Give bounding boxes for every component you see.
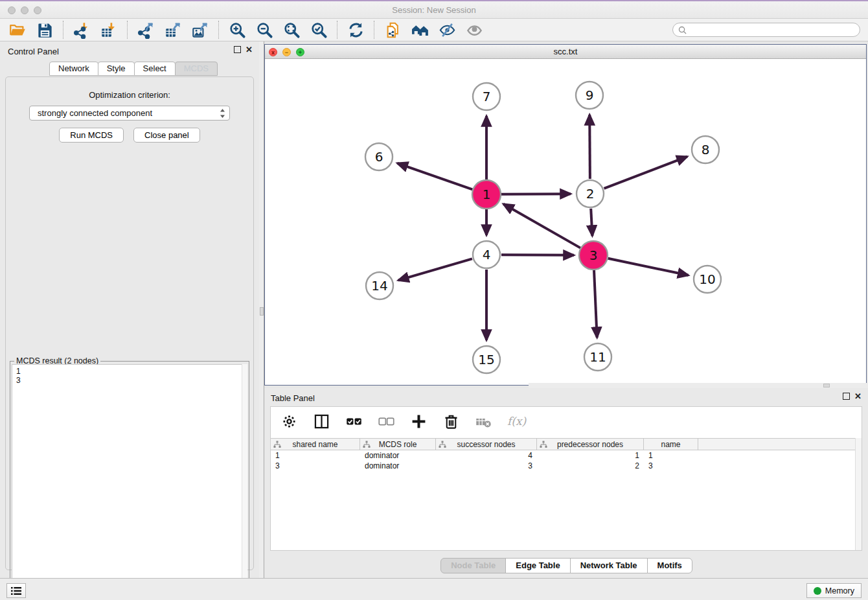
graph-edge-4-14[interactable]: [398, 259, 472, 280]
open-session-icon: [9, 21, 27, 39]
control-panel: Control Panel ✕ NetworkStyleSelectMCDS O…: [0, 41, 259, 578]
network-canvas[interactable]: 7968124314101511: [265, 59, 866, 385]
column-header-name[interactable]: name: [644, 439, 698, 450]
splitter-grip[interactable]: [260, 307, 264, 316]
search-input[interactable]: [690, 25, 854, 34]
tab-network[interactable]: Network: [49, 62, 98, 76]
vertical-splitter[interactable]: [259, 41, 264, 578]
table-cell[interactable]: 4: [436, 450, 537, 461]
column-header-MCDS-role[interactable]: MCDS role: [360, 439, 436, 450]
table-scrollbar[interactable]: [855, 438, 862, 550]
column-header-successor-nodes[interactable]: successor nodes: [436, 439, 537, 450]
select-all-rows-button[interactable]: [345, 412, 363, 430]
node-table: shared nameMCDS rolesuccessor nodesprede…: [271, 438, 855, 550]
tab-style[interactable]: Style: [98, 62, 135, 76]
column-header-label: successor nodes: [457, 440, 515, 449]
close-panel-button[interactable]: Close panel: [133, 128, 200, 143]
table-cell[interactable]: 3: [436, 461, 537, 471]
function-builder-button[interactable]: f(x): [507, 415, 526, 428]
graph-edge-1-2[interactable]: [501, 194, 571, 194]
import-network-button[interactable]: [68, 19, 95, 40]
zoom-fit-button[interactable]: [278, 19, 305, 40]
tab-network-table[interactable]: Network Table: [570, 558, 648, 573]
toolbar-group: [68, 19, 122, 40]
table-cell[interactable]: 1: [271, 450, 360, 461]
refresh-layout-icon: [347, 21, 365, 39]
float-panel-icon[interactable]: [843, 393, 850, 400]
table-row[interactable]: 3dominator323: [271, 461, 855, 471]
network-window-titlebar: x − + scc.txt: [265, 45, 866, 59]
graph-edge-2-9[interactable]: [589, 115, 590, 179]
close-panel-icon[interactable]: ✕: [246, 46, 253, 53]
add-row-button[interactable]: [410, 412, 428, 430]
tab-select[interactable]: Select: [134, 62, 176, 76]
table-cell[interactable]: dominator: [360, 450, 436, 461]
control-panel-title: Control Panel: [8, 47, 59, 56]
criterion-dropdown[interactable]: strongly connected component: [29, 106, 230, 121]
column-header-label: shared name: [292, 440, 337, 449]
eye-disabled-button[interactable]: [461, 19, 488, 40]
graph-edge-3-11[interactable]: [594, 270, 597, 338]
refresh-layout-button[interactable]: [342, 19, 369, 40]
zoom-in-icon: [229, 21, 246, 39]
export-image-button[interactable]: [187, 19, 214, 40]
table-cell[interactable]: 3: [271, 461, 360, 471]
graph-node-label: 15: [478, 352, 494, 367]
run-mcds-button[interactable]: Run MCDS: [59, 128, 124, 143]
delete-rows-button[interactable]: [442, 412, 460, 430]
optimization-criterion-label: Optimization criterion:: [6, 90, 253, 100]
tab-motifs[interactable]: Motifs: [647, 558, 692, 573]
table-cell[interactable]: 1: [644, 450, 698, 461]
deselect-all-rows-button[interactable]: [378, 412, 395, 430]
result-scrollbar[interactable]: [242, 364, 247, 600]
export-table-button[interactable]: [159, 19, 187, 40]
splitter-grip[interactable]: [823, 384, 830, 387]
table-cell[interactable]: 1: [537, 450, 644, 461]
toolbar-group: [4, 19, 58, 40]
clone-network-button[interactable]: [379, 19, 406, 40]
open-session-button[interactable]: [4, 19, 31, 40]
tab-edge-table[interactable]: Edge Table: [505, 558, 570, 573]
window-title: Session: New Session: [0, 5, 868, 15]
add-row-icon: [410, 413, 428, 430]
graph-edge-2-3[interactable]: [591, 209, 592, 236]
home-pair-button[interactable]: [406, 19, 433, 40]
tab-node-table[interactable]: Node Table: [440, 558, 506, 573]
columns-toggle-button[interactable]: [313, 412, 330, 430]
network-graph[interactable]: 7968124314101511: [265, 59, 866, 385]
graph-edge-3-1[interactable]: [503, 204, 580, 248]
toggle-graphics-details-button[interactable]: [433, 19, 461, 40]
task-history-button[interactable]: [6, 583, 26, 598]
zoom-out-button[interactable]: [251, 19, 278, 40]
table-cell[interactable]: dominator: [360, 461, 436, 471]
zoom-selected-button[interactable]: [305, 19, 332, 40]
column-header-shared-name[interactable]: shared name: [271, 439, 360, 450]
import-table-button[interactable]: [95, 19, 122, 40]
horizontal-splitter[interactable]: [529, 383, 868, 388]
network-window: x − + scc.txt 7968124314101511: [264, 44, 867, 386]
settings-gear-button[interactable]: [280, 412, 298, 430]
delete-table-button[interactable]: [475, 412, 492, 430]
home-pair-icon: [411, 21, 429, 39]
graph-edge-3-10[interactable]: [608, 259, 689, 275]
save-session-button[interactable]: [31, 19, 58, 40]
memory-button[interactable]: Memory: [806, 583, 862, 598]
graph-edge-4-3[interactable]: [501, 255, 574, 255]
table-cell[interactable]: 2: [537, 461, 644, 471]
control-panel-header: Control Panel ✕: [0, 41, 259, 61]
export-network-button[interactable]: [132, 19, 159, 40]
graph-edge-2-8[interactable]: [604, 157, 687, 189]
float-panel-icon[interactable]: [234, 46, 241, 53]
column-header-predecessor-nodes[interactable]: predecessor nodes: [537, 439, 644, 450]
column-header-label: MCDS role: [379, 440, 417, 449]
table-cell[interactable]: 3: [644, 461, 698, 471]
search-box[interactable]: [672, 23, 860, 37]
tab-mcds[interactable]: MCDS: [175, 62, 218, 76]
close-panel-icon[interactable]: ✕: [854, 393, 862, 400]
zoom-in-button[interactable]: [223, 19, 251, 40]
mcds-tab-content: Optimization criterion: strongly connect…: [5, 76, 254, 570]
graph-edge-1-6[interactable]: [397, 163, 472, 190]
mcds-result-text[interactable]: 1 3: [12, 364, 247, 600]
table-row[interactable]: 1dominator411: [271, 450, 855, 461]
graph-node-label: 11: [589, 349, 606, 365]
